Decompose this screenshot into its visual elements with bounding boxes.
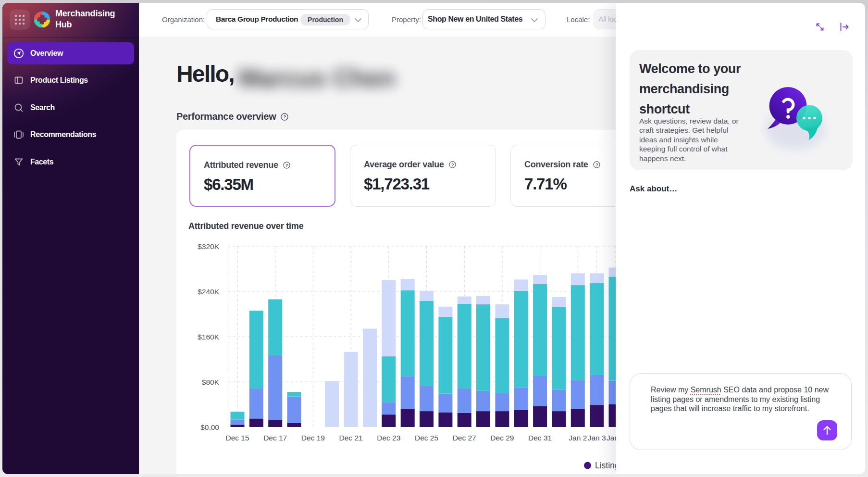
svg-text:?: ? [451,163,454,167]
svg-text:Dec 31: Dec 31 [528,434,552,442]
svg-text:$240K: $240K [198,288,219,296]
svg-text:Dec 23: Dec 23 [377,434,400,442]
svg-text:$0.00: $0.00 [200,423,219,431]
svg-text:Jan 2: Jan 2 [569,434,587,442]
svg-text:Dec 21: Dec 21 [339,434,363,442]
svg-text:?: ? [595,163,597,167]
svg-text:Dec 17: Dec 17 [263,434,287,442]
svg-text:Dec 19: Dec 19 [301,434,325,442]
svg-text:Dec 15: Dec 15 [225,434,249,442]
svg-text:Jan 3: Jan 3 [588,434,606,442]
svg-text:$160K: $160K [198,333,219,341]
svg-text:$320K: $320K [198,242,219,251]
svg-text:?: ? [284,114,286,119]
svg-text:Dec 25: Dec 25 [415,434,438,442]
svg-text:?: ? [285,163,288,168]
svg-text:Dec 27: Dec 27 [453,434,476,442]
svg-text:Dec 29: Dec 29 [490,434,514,442]
svg-text:$80K: $80K [202,378,220,386]
